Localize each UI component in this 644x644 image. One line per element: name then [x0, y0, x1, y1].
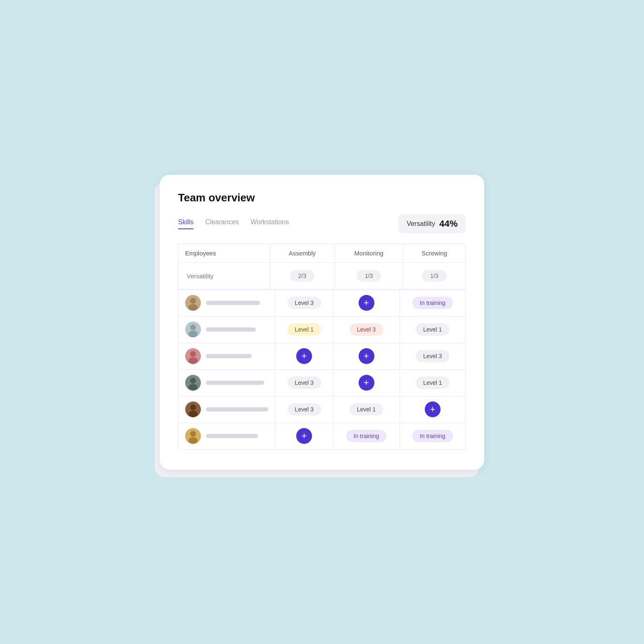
- skills-table: Employees Assembly Monitoring Screwing V…: [178, 243, 466, 290]
- employee-name-bar: [206, 354, 252, 358]
- table-header-row: Employees Assembly Monitoring Screwing: [178, 243, 466, 263]
- col-screwing: Screwing: [403, 243, 466, 263]
- skill-cell-0: [275, 423, 333, 449]
- employee-cell: [178, 369, 275, 396]
- employee-name-bar: [206, 434, 258, 438]
- skill-badge[interactable]: In training: [412, 430, 453, 442]
- table-row: In trainingIn training: [178, 423, 466, 449]
- versatility-screwing: 1/3: [403, 263, 466, 289]
- skill-badge[interactable]: Level 3: [416, 350, 449, 362]
- avatar: [185, 348, 201, 364]
- skill-badge[interactable]: Level 1: [416, 376, 449, 389]
- avatar: [185, 428, 201, 444]
- tab-skills[interactable]: Skills: [178, 218, 193, 229]
- skill-badge[interactable]: Level 1: [287, 323, 321, 336]
- employee-name-bar: [206, 381, 264, 385]
- skill-cell-2: Level 1: [399, 316, 466, 343]
- skill-badge[interactable]: Level 1: [416, 323, 449, 336]
- skill-cell-0: Level 1: [275, 316, 333, 343]
- tabs: Skills Clearances Workstations: [178, 218, 289, 229]
- add-skill-button[interactable]: [425, 401, 441, 417]
- employee-cell: [178, 343, 275, 369]
- employee-name-bar: [206, 301, 260, 305]
- versatility-label: Versatility: [406, 220, 435, 228]
- skill-badge[interactable]: Level 3: [287, 376, 321, 389]
- employee-cell: [178, 316, 275, 343]
- header-row: Skills Clearances Workstations Versatili…: [178, 214, 466, 233]
- svg-point-13: [190, 404, 196, 410]
- svg-point-10: [190, 378, 196, 384]
- skill-cell-1: In training: [333, 423, 399, 449]
- skill-cell-2: In training: [399, 423, 466, 449]
- skill-badge[interactable]: Level 3: [287, 297, 321, 309]
- skill-badge[interactable]: Level 1: [349, 403, 383, 416]
- col-assembly: Assembly: [270, 243, 335, 263]
- table-row: Level 3Level 1: [178, 396, 466, 423]
- table-row: Level 3In training: [178, 290, 466, 316]
- employee-cell: [178, 396, 275, 423]
- svg-point-8: [188, 357, 198, 364]
- svg-point-1: [190, 298, 196, 304]
- skill-cell-1: [333, 369, 399, 396]
- versatility-row-label: Versatility: [178, 263, 270, 289]
- skill-cell-1: [333, 343, 399, 369]
- tab-workstations[interactable]: Workstations: [250, 218, 289, 229]
- employee-name-bar: [206, 327, 256, 332]
- employee-table: Level 3In training Level 1Level 3Level 1…: [178, 290, 466, 450]
- svg-point-2: [188, 304, 198, 311]
- svg-point-11: [188, 384, 198, 391]
- svg-point-4: [190, 324, 196, 330]
- add-skill-button[interactable]: [359, 295, 374, 311]
- skill-cell-0: [275, 343, 333, 369]
- svg-point-17: [188, 437, 198, 444]
- skill-cell-0: Level 3: [275, 396, 333, 423]
- skill-cell-2: [399, 396, 466, 423]
- main-card: Team overview Skills Clearances Workstat…: [160, 175, 484, 470]
- employee-name-bar: [206, 407, 268, 411]
- avatar: [185, 295, 201, 311]
- table-row: Level 1Level 3Level 1: [178, 316, 466, 343]
- avatar: [185, 322, 201, 337]
- page-title: Team overview: [178, 191, 466, 204]
- skill-badge[interactable]: Level 3: [349, 323, 383, 336]
- table-row: Level 3: [178, 343, 466, 369]
- svg-point-7: [190, 351, 196, 357]
- skill-cell-1: Level 1: [333, 396, 399, 423]
- add-skill-button[interactable]: [296, 348, 312, 364]
- add-skill-button[interactable]: [359, 348, 374, 364]
- svg-point-5: [188, 331, 198, 337]
- skill-badge[interactable]: In training: [346, 430, 386, 442]
- svg-point-14: [188, 411, 198, 417]
- employee-cell: [178, 290, 275, 316]
- skill-cell-1: [333, 290, 399, 316]
- skill-cell-0: Level 3: [275, 290, 333, 316]
- tab-clearances[interactable]: Clearances: [205, 218, 239, 229]
- skill-cell-1: Level 3: [333, 316, 399, 343]
- avatar: [185, 401, 201, 417]
- table-row: Level 3Level 1: [178, 369, 466, 396]
- skill-cell-2: Level 1: [399, 369, 466, 396]
- employee-cell: [178, 423, 275, 449]
- svg-point-16: [190, 431, 196, 437]
- versatility-row: Versatility 2/3 1/3 1/3: [178, 263, 466, 289]
- versatility-monitoring: 1/3: [335, 263, 403, 289]
- add-skill-button[interactable]: [296, 428, 312, 444]
- col-employees: Employees: [178, 243, 270, 263]
- skill-badge[interactable]: In training: [412, 297, 453, 309]
- skill-badge[interactable]: Level 3: [287, 403, 321, 416]
- col-monitoring: Monitoring: [335, 243, 403, 263]
- add-skill-button[interactable]: [359, 375, 374, 391]
- avatar: [185, 375, 201, 391]
- skill-cell-2: Level 3: [399, 343, 466, 369]
- skill-cell-2: In training: [399, 290, 466, 316]
- versatility-assembly: 2/3: [270, 263, 335, 289]
- versatility-badge: Versatility 44%: [398, 214, 466, 233]
- skill-cell-0: Level 3: [275, 369, 333, 396]
- versatility-value: 44%: [439, 218, 458, 229]
